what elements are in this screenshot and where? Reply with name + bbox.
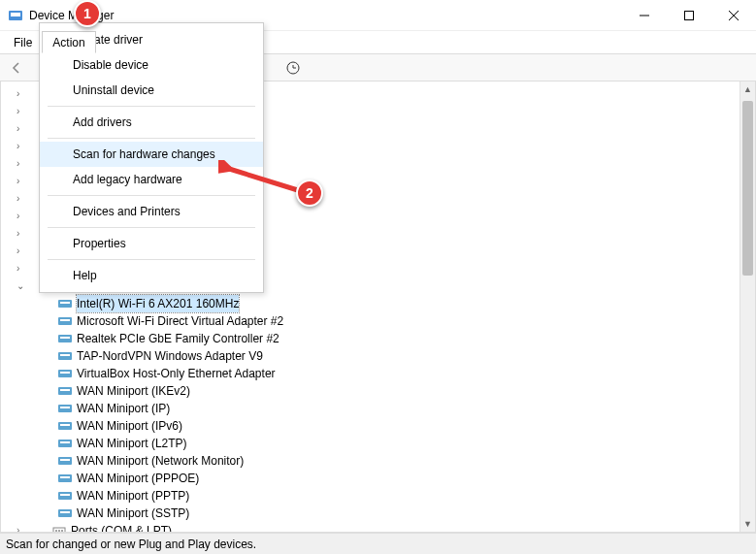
minimize-button[interactable] <box>622 0 667 31</box>
menu-separator <box>48 106 255 107</box>
device-label: WAN Miniport (IPv6) <box>77 417 182 435</box>
svg-rect-30 <box>60 494 70 496</box>
device-label: WAN Miniport (PPTP) <box>77 487 189 505</box>
svg-rect-28 <box>60 476 70 478</box>
network-adapter-icon <box>57 402 73 415</box>
menu-properties[interactable]: Properties <box>40 231 263 256</box>
menu-disable-device[interactable]: Disable device <box>40 52 263 78</box>
svg-rect-8 <box>60 302 70 304</box>
scrollbar-thumb[interactable] <box>742 101 753 276</box>
svg-rect-32 <box>60 511 70 513</box>
network-adapter-icon <box>57 297 73 310</box>
menu-devices-printers[interactable]: Devices and Printers <box>40 199 263 224</box>
svg-point-34 <box>55 530 57 532</box>
menu-help-item[interactable]: Help <box>40 263 263 288</box>
network-adapter-icon <box>57 437 73 450</box>
network-adapter-icon <box>57 384 73 398</box>
network-adapter-icon <box>57 314 73 328</box>
menu-add-drivers[interactable]: Add drivers <box>40 110 263 135</box>
svg-rect-18 <box>60 389 70 391</box>
annotation-arrow-icon <box>218 160 306 199</box>
statusbar: Scan for changed or new Plug and Play de… <box>0 533 756 554</box>
close-button[interactable] <box>711 0 756 31</box>
vertical-scrollbar[interactable]: ▲ ▼ <box>740 81 755 532</box>
device-label: VirtualBox Host-Only Ethernet Adapter <box>77 365 276 382</box>
ports-icon <box>51 524 67 533</box>
device-label: Intel(R) Wi-Fi 6 AX201 160MHz <box>77 295 239 312</box>
svg-rect-16 <box>60 372 70 374</box>
device-label: Realtek PCIe GbE Family Controller #2 <box>77 330 279 347</box>
maximize-button[interactable] <box>667 0 711 31</box>
svg-rect-26 <box>60 459 70 461</box>
network-adapter-icon <box>57 419 73 433</box>
network-adapter-icon <box>57 506 73 520</box>
network-adapter-icon <box>57 332 73 345</box>
svg-rect-20 <box>60 407 70 408</box>
device-item[interactable]: WAN Miniport (PPPOE) <box>1 470 755 487</box>
window-title: Device Manager <box>29 9 114 22</box>
device-item[interactable]: WAN Miniport (IPv6) <box>1 417 755 435</box>
annotation-callout-2: 2 <box>296 179 323 207</box>
svg-rect-22 <box>60 424 70 426</box>
svg-rect-10 <box>60 319 70 321</box>
svg-rect-12 <box>60 337 70 339</box>
device-item[interactable]: WAN Miniport (L2TP) <box>1 435 755 452</box>
back-button[interactable] <box>6 57 27 79</box>
app-icon <box>8 8 23 23</box>
device-item[interactable]: TAP-NordVPN Windows Adapter V9 <box>1 347 755 365</box>
menu-separator <box>48 138 255 139</box>
svg-point-35 <box>58 530 60 532</box>
menu-uninstall-device[interactable]: Uninstall device <box>40 78 263 103</box>
svg-rect-24 <box>60 441 70 443</box>
annotation-callout-1: 1 <box>74 0 101 27</box>
menu-separator <box>48 227 255 228</box>
svg-rect-1 <box>11 13 20 16</box>
category-label: Ports (COM & LPT) <box>71 522 172 533</box>
device-label: WAN Miniport (IP) <box>77 400 170 417</box>
device-item-selected[interactable]: Intel(R) Wi-Fi 6 AX201 160MHz <box>1 295 755 312</box>
device-item[interactable]: WAN Miniport (IKEv2) <box>1 382 755 400</box>
svg-rect-3 <box>685 11 694 19</box>
network-adapter-icon <box>57 349 73 363</box>
device-item[interactable]: WAN Miniport (PPTP) <box>1 487 755 505</box>
device-label: WAN Miniport (SSTP) <box>77 505 189 522</box>
device-label: Microsoft Wi-Fi Direct Virtual Adapter #… <box>77 312 283 330</box>
menu-file[interactable]: File <box>4 31 42 53</box>
svg-rect-14 <box>60 354 70 356</box>
status-text: Scan for changed or new Plug and Play de… <box>6 538 256 551</box>
device-item[interactable]: WAN Miniport (SSTP) <box>1 505 755 522</box>
svg-point-36 <box>61 530 63 532</box>
device-item[interactable]: VirtualBox Host-Only Ethernet Adapter <box>1 365 755 382</box>
device-label: WAN Miniport (Network Monitor) <box>77 452 244 470</box>
tree-category[interactable]: ›Ports (COM & LPT) <box>1 522 755 533</box>
device-label: WAN Miniport (PPPOE) <box>77 470 199 487</box>
menu-action[interactable]: Action <box>42 31 95 53</box>
network-adapter-icon <box>57 489 73 503</box>
device-item[interactable]: Realtek PCIe GbE Family Controller #2 <box>1 330 755 347</box>
device-item[interactable]: WAN Miniport (IP) <box>1 400 755 417</box>
action-dropdown: Update driver Disable device Uninstall d… <box>39 22 264 293</box>
scroll-down-icon[interactable]: ▼ <box>740 516 755 532</box>
menu-separator <box>48 259 255 260</box>
network-adapter-icon <box>57 472 73 485</box>
scroll-up-icon[interactable]: ▲ <box>740 81 755 97</box>
device-label: WAN Miniport (L2TP) <box>77 435 187 452</box>
device-item[interactable]: WAN Miniport (Network Monitor) <box>1 452 755 470</box>
device-label: TAP-NordVPN Windows Adapter V9 <box>77 347 263 365</box>
svg-line-37 <box>226 168 301 191</box>
network-adapter-icon <box>57 367 73 380</box>
device-item[interactable]: Microsoft Wi-Fi Direct Virtual Adapter #… <box>1 312 755 330</box>
device-label: WAN Miniport (IKEv2) <box>77 382 190 400</box>
scan-icon[interactable] <box>282 57 304 79</box>
network-adapter-icon <box>57 454 73 468</box>
